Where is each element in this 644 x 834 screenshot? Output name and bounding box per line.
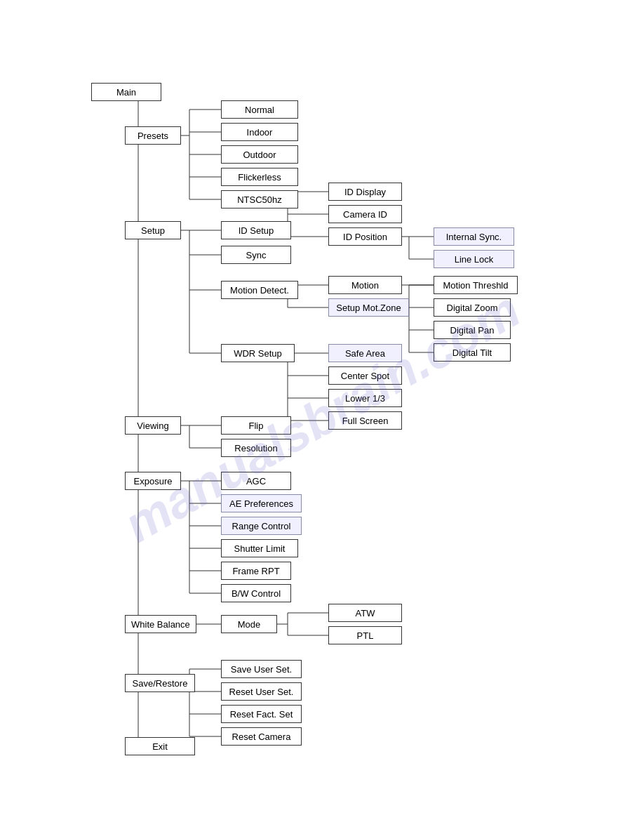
node-save-user-set: Save User Set. [221, 660, 302, 678]
node-line-lock: Line Lock [434, 250, 514, 268]
node-ntsc50hz: NTSC50hz [221, 190, 298, 208]
node-reset-fact-set: Reset Fact. Set [221, 705, 302, 723]
node-id-display: ID Display [328, 183, 402, 201]
node-agc: AGC [221, 472, 291, 490]
node-save-restore: Save/Restore [125, 674, 195, 692]
node-digital-zoom: Digital Zoom [434, 298, 511, 317]
connector-lines [0, 0, 644, 834]
node-resolution: Resolution [221, 439, 291, 457]
node-camera-id: Camera ID [328, 205, 402, 223]
node-indoor: Indoor [221, 123, 298, 141]
node-viewing: Viewing [125, 416, 181, 435]
node-presets: Presets [125, 126, 181, 145]
node-sync: Sync [221, 246, 291, 264]
node-range-control: Range Control [221, 517, 302, 535]
node-motion: Motion [328, 276, 402, 294]
node-digital-pan: Digital Pan [434, 321, 511, 339]
node-reset-camera: Reset Camera [221, 727, 302, 746]
node-flip: Flip [221, 416, 291, 435]
node-setup: Setup [125, 221, 181, 239]
node-frame-rpt: Frame RPT [221, 562, 291, 580]
node-lower-1-3: Lower 1/3 [328, 389, 402, 407]
node-id-setup: ID Setup [221, 221, 291, 239]
node-center-spot: Center Spot [328, 366, 402, 385]
node-main: Main [91, 83, 161, 101]
node-ae-pref: AE Preferences [221, 494, 302, 512]
node-mode: Mode [221, 615, 277, 633]
node-wdr-setup: WDR Setup [221, 344, 295, 362]
node-flickerless: Flickerless [221, 168, 298, 186]
diagram: Main Presets Normal Indoor Outdoor Flick… [0, 0, 644, 834]
node-motion-thresh: Motion Threshld [434, 276, 518, 294]
node-reset-user-set: Reset User Set. [221, 682, 302, 701]
node-full-screen: Full Screen [328, 411, 402, 430]
node-digital-tilt: Digital Tilt [434, 343, 511, 362]
node-atw: ATW [328, 604, 402, 622]
node-safe-area: Safe Area [328, 344, 402, 362]
node-id-position: ID Position [328, 227, 402, 246]
node-white-balance: White Balance [125, 615, 196, 633]
node-bw-control: B/W Control [221, 584, 291, 602]
node-exposure: Exposure [125, 472, 181, 490]
node-outdoor: Outdoor [221, 145, 298, 164]
node-motion-detect: Motion Detect. [221, 281, 298, 299]
node-setup-mot-zone: Setup Mot.Zone [328, 298, 409, 317]
node-exit: Exit [125, 737, 195, 755]
node-internal-sync: Internal Sync. [434, 227, 514, 246]
node-normal: Normal [221, 100, 298, 119]
node-ptl: PTL [328, 626, 402, 644]
node-shutter-limit: Shutter Limit [221, 539, 298, 557]
